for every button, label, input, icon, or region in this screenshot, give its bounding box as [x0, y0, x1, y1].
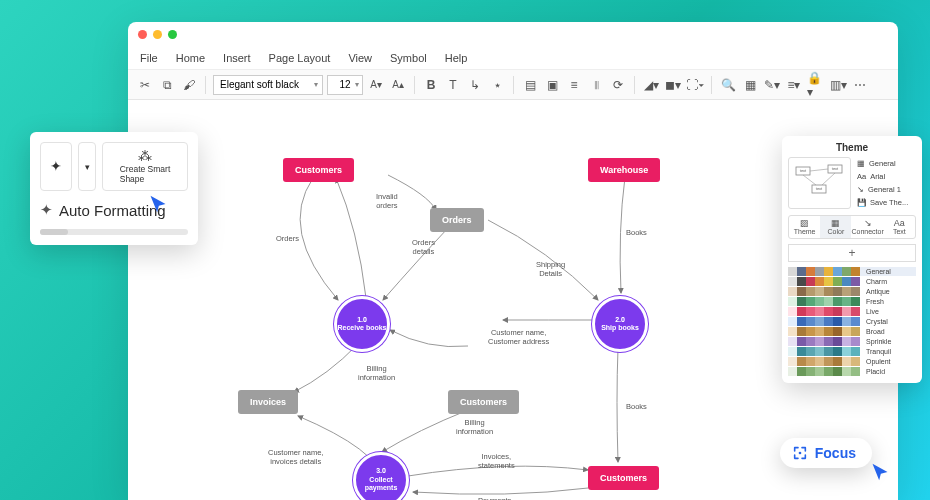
cut-icon[interactable]: ✂ [136, 76, 154, 94]
palette-row-charm[interactable]: Charm [788, 277, 916, 286]
menu-home[interactable]: Home [176, 52, 205, 64]
theme-tabs: ▨Theme ▦Color ↘Connector AaText [788, 215, 916, 239]
node-warehouse[interactable]: Warehouse [588, 158, 660, 182]
more-icon[interactable]: ⋯ [851, 76, 869, 94]
node-num: 2.0 [615, 316, 625, 324]
palette-row-live[interactable]: Live [788, 307, 916, 316]
palette-row-general[interactable]: General [788, 267, 916, 276]
node-customers-bottom[interactable]: Customers [588, 466, 659, 490]
theme-preset-list: ▦General AaArial ↘General 1 💾Save The... [855, 157, 916, 209]
focus-mode-button[interactable]: Focus [780, 438, 872, 468]
create-smart-shape-label: Create Smart Shape [120, 165, 171, 184]
palette-name: General [866, 268, 891, 275]
palette-name: Live [866, 308, 879, 315]
menu-insert[interactable]: Insert [223, 52, 251, 64]
format-painter-icon[interactable]: 🖌 [180, 76, 198, 94]
distribute-icon[interactable]: ⫴ [587, 76, 605, 94]
create-smart-shape-button[interactable]: ⁂Create Smart Shape [102, 142, 188, 191]
node-label: Ship books [601, 324, 639, 332]
palette-row-antique[interactable]: Antique [788, 287, 916, 296]
font-size-select[interactable]: 12 [327, 75, 363, 95]
visibility-icon[interactable]: ▥▾ [829, 76, 847, 94]
formatting-slider[interactable] [40, 229, 188, 235]
maximize-window-icon[interactable] [168, 30, 177, 39]
crop-icon[interactable]: ⛶▾ [686, 76, 704, 94]
node-customers-mid[interactable]: Customers [448, 390, 519, 414]
tab-connector[interactable]: ↘Connector [851, 216, 883, 238]
menu-file[interactable]: File [140, 52, 158, 64]
svg-text:text: text [799, 168, 806, 173]
search-icon[interactable]: 🔍 [719, 76, 737, 94]
decrease-font-icon[interactable]: A▾ [367, 76, 385, 94]
shadow-icon[interactable]: ◼▾ [664, 76, 682, 94]
connector-tab-icon: ↘ [864, 218, 872, 228]
edge-orders-details: Orders details [412, 238, 435, 256]
palette-name: Placid [866, 368, 885, 375]
preset-arial[interactable]: AaArial [855, 170, 916, 183]
theme-preview-thumb[interactable]: texttexttext [788, 157, 851, 209]
menu-symbol[interactable]: Symbol [390, 52, 427, 64]
focus-label: Focus [815, 445, 856, 461]
pointer-icon[interactable]: ⭑ [488, 76, 506, 94]
palette-row-tranquil[interactable]: Tranquil [788, 347, 916, 356]
tab-color[interactable]: ▦Color [820, 216, 851, 238]
minimize-window-icon[interactable] [153, 30, 162, 39]
text-icon[interactable]: T [444, 76, 462, 94]
palette-row-placid[interactable]: Placid [788, 367, 916, 376]
spark-icon-chip[interactable]: ✦ [40, 142, 72, 191]
palette-row-opulent[interactable]: Opulent [788, 357, 916, 366]
cursor-icon [870, 462, 890, 482]
palette-row-fresh[interactable]: Fresh [788, 297, 916, 306]
palette-row-sprinkle[interactable]: Sprinkle [788, 337, 916, 346]
palette-icon: ▦ [857, 159, 865, 168]
group-icon[interactable]: ▣ [543, 76, 561, 94]
palette-row-broad[interactable]: Broad [788, 327, 916, 336]
bold-icon[interactable]: B [422, 76, 440, 94]
palette-name: Antique [866, 288, 890, 295]
menu-page-layout[interactable]: Page Layout [269, 52, 331, 64]
edge-shipping-details: Shipping Details [536, 260, 565, 278]
palette-row-crystal[interactable]: Crystal [788, 317, 916, 326]
rotate-icon[interactable]: ⟳ [609, 76, 627, 94]
menu-help[interactable]: Help [445, 52, 468, 64]
node-collect-payments[interactable]: 3.0 Collect payments [353, 452, 409, 500]
palette-swatches [788, 357, 860, 366]
node-label: Receive books [337, 324, 386, 332]
preset-general[interactable]: ▦General [855, 157, 916, 170]
layers-icon[interactable]: ▤ [521, 76, 539, 94]
add-palette-button[interactable]: + [788, 244, 916, 262]
preset-general1[interactable]: ↘General 1 [855, 183, 916, 196]
line-color-icon[interactable]: ✎▾ [763, 76, 781, 94]
edge-billing-info1: Billing information [358, 364, 395, 382]
tab-theme[interactable]: ▨Theme [789, 216, 820, 238]
lock-icon[interactable]: 🔒▾ [807, 76, 825, 94]
node-invoices[interactable]: Invoices [238, 390, 298, 414]
palette-swatches [788, 347, 860, 356]
toolbar: ✂ ⧉ 🖌 Elegant soft black 12 A▾ A▴ B T ↳ … [128, 70, 898, 100]
node-orders[interactable]: Orders [430, 208, 484, 232]
align-icon[interactable]: ≡ [565, 76, 583, 94]
node-customers-top[interactable]: Customers [283, 158, 354, 182]
palette-swatches [788, 317, 860, 326]
copy-icon[interactable]: ⧉ [158, 76, 176, 94]
line-style-icon[interactable]: ≡▾ [785, 76, 803, 94]
tab-text[interactable]: AaText [884, 216, 915, 238]
close-window-icon[interactable] [138, 30, 147, 39]
table-icon[interactable]: ▦ [741, 76, 759, 94]
increase-font-icon[interactable]: A▴ [389, 76, 407, 94]
edge-cust-invoices: Customer name, invoices details [268, 448, 323, 466]
palette-swatches [788, 297, 860, 306]
font-family-select[interactable]: Elegant soft black [213, 75, 323, 95]
palette-swatches [788, 307, 860, 316]
fill-color-icon[interactable]: ◢▾ [642, 76, 660, 94]
node-receive-books[interactable]: 1.0 Receive books [334, 296, 390, 352]
dropdown-chip[interactable]: ▾ [78, 142, 96, 191]
connector-icon[interactable]: ↳ [466, 76, 484, 94]
edge-orders: Orders [276, 234, 299, 243]
edge-invoices-stmts: Invoices, statements [478, 452, 515, 470]
menu-view[interactable]: View [348, 52, 372, 64]
node-ship-books[interactable]: 2.0 Ship books [592, 296, 648, 352]
preset-save-theme[interactable]: 💾Save The... [855, 196, 916, 209]
spark-icon: ✦ [50, 158, 62, 174]
palette-name: Broad [866, 328, 885, 335]
